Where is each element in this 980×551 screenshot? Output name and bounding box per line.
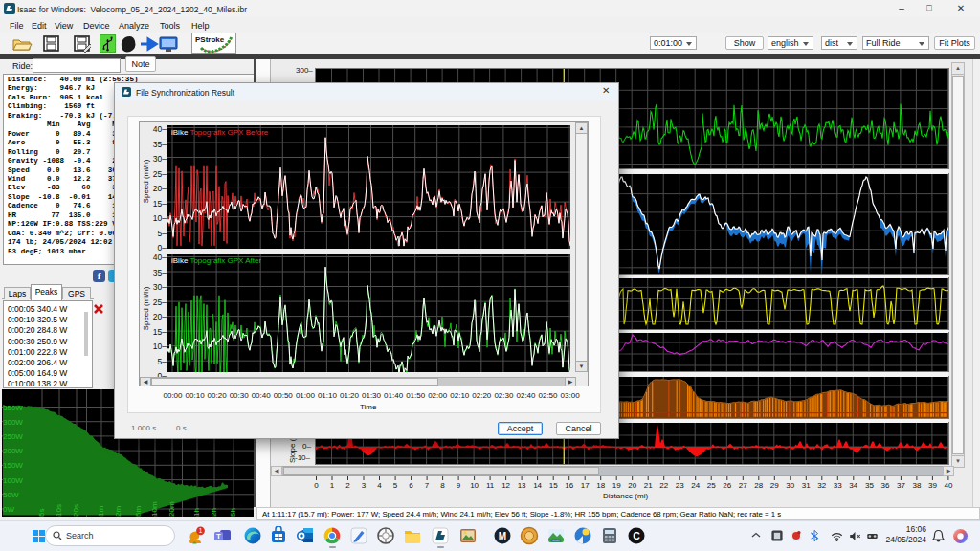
svg-text:1: 1 [199,527,203,534]
svg-text:T: T [216,532,221,540]
svg-text:C: C [633,530,640,541]
svg-text:M: M [499,531,506,541]
svg-text:m-m: m-m [553,539,560,542]
